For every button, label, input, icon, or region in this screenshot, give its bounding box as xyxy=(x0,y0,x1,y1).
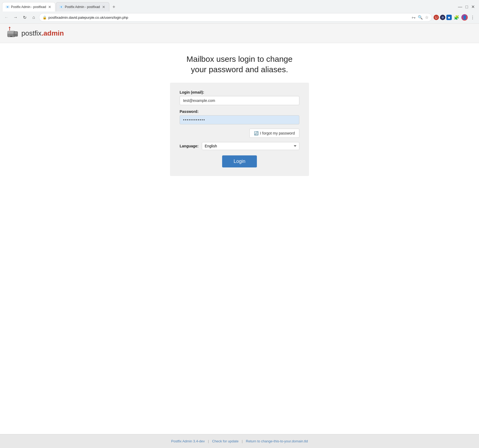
page-content: postfix.admin Mailbox users login to cha… xyxy=(0,24,479,448)
tab-title-active: Postfix Admin - postfixad xyxy=(11,5,46,9)
check-update-link[interactable]: Check for update xyxy=(212,439,238,443)
logo-text: postfix.admin xyxy=(21,29,64,37)
tab-title-inactive: Postfix Admin - postfixad xyxy=(65,5,100,9)
tab-inactive[interactable]: 📧 Postfix Admin - postfixad ✕ xyxy=(56,2,109,12)
new-tab-button[interactable]: + xyxy=(110,3,118,11)
window-controls: — □ ✕ xyxy=(458,4,477,9)
refresh-button[interactable]: ↻ xyxy=(21,14,28,21)
site-footer: Postfix Admin 3.4-dev | Check for update… xyxy=(0,434,479,448)
tab-close-inactive[interactable]: ✕ xyxy=(102,5,106,9)
tab-active[interactable]: 📧 Postfix Admin - postfixad ✕ xyxy=(2,2,55,12)
email-input[interactable] xyxy=(180,96,299,105)
close-button[interactable]: ✕ xyxy=(471,4,475,9)
blue-square-icon[interactable]: ■ xyxy=(446,15,452,20)
browser-chrome: 📧 Postfix Admin - postfixad ✕ 📧 Postfix … xyxy=(0,0,479,24)
ublock-icon[interactable]: U xyxy=(434,15,439,20)
refresh-icon: 🔄 xyxy=(254,131,258,135)
tab-close-active[interactable]: ✕ xyxy=(48,5,52,9)
tab-favicon-inactive: 📧 xyxy=(59,5,63,9)
forgot-password-button[interactable]: 🔄 I forgot my password xyxy=(249,129,299,138)
logo-image xyxy=(6,27,19,40)
toolbar-icons: U ❄ ■ 🧩 👤 ⋮ xyxy=(434,14,476,21)
address-bar[interactable]: 🔒 postfixadmin.david.palepurple.co.uk/us… xyxy=(39,13,432,22)
address-bar-row: ← → ↻ ⌂ 🔒 postfixadmin.david.palepurple.… xyxy=(0,12,479,23)
svg-rect-6 xyxy=(9,27,10,30)
site-header: postfix.admin xyxy=(0,24,479,43)
search-icon[interactable]: 🔍 xyxy=(418,15,423,20)
return-link[interactable]: Return to change-this-to-your.domain.tld xyxy=(246,439,308,443)
email-label: Login (email): xyxy=(180,90,299,94)
login-card: Login (email): Password: 🔄 I forgot my p… xyxy=(170,83,309,176)
main-content: Mailbox users login to change your passw… xyxy=(0,43,479,434)
logo-area: postfix.admin xyxy=(6,27,64,40)
minimize-button[interactable]: — xyxy=(458,5,462,9)
extensions-icon[interactable]: 🧩 xyxy=(453,14,460,21)
forgot-row: 🔄 I forgot my password xyxy=(180,129,299,138)
avatar[interactable]: 👤 xyxy=(461,14,468,21)
language-select[interactable]: English Deutsch Français Español Nederla… xyxy=(202,142,299,150)
svg-rect-4 xyxy=(10,36,12,37)
star-icon[interactable]: ☆ xyxy=(425,15,428,20)
back-button[interactable]: ← xyxy=(3,14,10,21)
key-icon[interactable]: 🗝 xyxy=(412,15,416,20)
snowflake-icon[interactable]: ❄ xyxy=(440,15,445,20)
tab-favicon-active: 📧 xyxy=(6,5,9,9)
lock-icon: 🔒 xyxy=(43,16,47,20)
address-icons: 🗝 🔍 ☆ xyxy=(412,15,428,20)
password-label: Password: xyxy=(180,109,299,114)
svg-rect-3 xyxy=(14,32,17,34)
home-button[interactable]: ⌂ xyxy=(30,14,37,21)
version-link[interactable]: Postfix Admin 3.4-dev xyxy=(171,439,205,443)
password-group: Password: xyxy=(180,109,299,124)
forward-button[interactable]: → xyxy=(12,14,19,21)
page-title: Mailbox users login to change your passw… xyxy=(187,54,293,75)
language-label: Language: xyxy=(180,144,199,148)
tab-bar: 📧 Postfix Admin - postfixad ✕ 📧 Postfix … xyxy=(0,0,479,12)
maximize-button[interactable]: □ xyxy=(465,5,468,9)
menu-button[interactable]: ⋮ xyxy=(469,14,476,21)
email-group: Login (email): xyxy=(180,90,299,105)
login-button[interactable]: Login xyxy=(222,155,257,167)
footer-sep-1: | xyxy=(208,439,209,443)
footer-sep-2: | xyxy=(242,439,242,443)
address-text: postfixadmin.david.palepurple.co.uk/user… xyxy=(48,16,410,20)
forgot-label: I forgot my password xyxy=(260,131,295,135)
password-input[interactable] xyxy=(180,115,299,124)
language-row: Language: English Deutsch Français Españ… xyxy=(180,142,299,150)
